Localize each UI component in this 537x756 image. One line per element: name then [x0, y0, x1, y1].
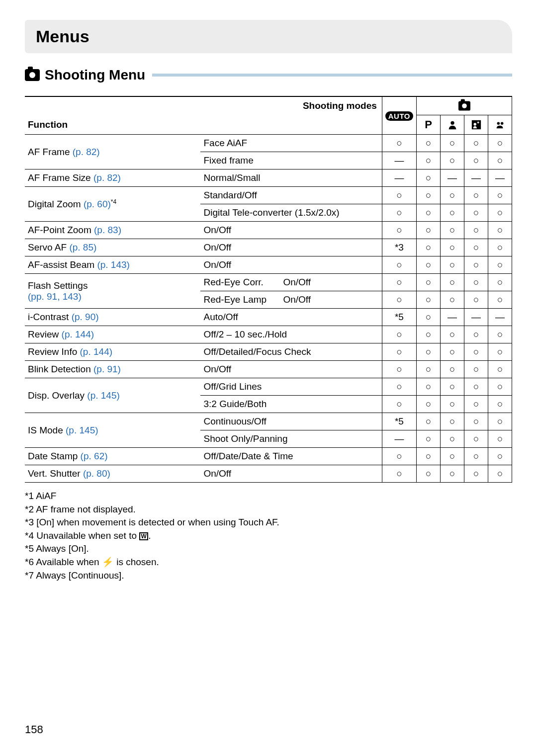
- table-cell: —: [488, 169, 512, 187]
- section-divider: [152, 74, 512, 77]
- table-cell: ○: [382, 222, 416, 239]
- table-cell: ○: [382, 361, 416, 378]
- footnote: *3 [On] when movement is detected or whe…: [25, 516, 512, 529]
- table-cell: ○: [382, 204, 416, 222]
- table-cell: ○: [488, 187, 512, 204]
- table-cell: ○: [488, 204, 512, 222]
- table-cell: ○: [382, 187, 416, 204]
- table-cell: —: [488, 309, 512, 326]
- table-cell: ○: [441, 326, 464, 343]
- mode-night-snapshot-icon: [464, 115, 488, 135]
- table-cell: —: [382, 152, 416, 169]
- table-cell: ○: [441, 256, 464, 274]
- table-cell: *3: [382, 239, 416, 256]
- table-row-option: Red-Eye Lamp: [200, 291, 280, 309]
- table-cell: ○: [464, 291, 488, 309]
- table-row-option: Face AiAF: [200, 135, 382, 152]
- page-title: Menus: [25, 20, 512, 53]
- table-row-func: AF Frame Size (p. 82): [25, 169, 200, 187]
- table-cell: ○: [441, 378, 464, 396]
- section-header: Shooting Menu: [25, 67, 512, 83]
- table-row-option: Fixed frame: [200, 152, 382, 169]
- table-cell: ○: [382, 256, 416, 274]
- table-cell: ○: [488, 135, 512, 152]
- svg-point-2: [473, 123, 476, 126]
- table-row-func: Blink Detection (p. 91): [25, 361, 200, 378]
- table-cell: ○: [488, 274, 512, 291]
- table-cell: ○: [441, 152, 464, 169]
- table-cell: ○: [464, 135, 488, 152]
- table-cell: ○: [464, 361, 488, 378]
- table-row-func: Date Stamp (p. 62): [25, 448, 200, 465]
- w-mode-icon: W: [139, 532, 148, 540]
- table-row-func: Review (p. 144): [25, 326, 200, 343]
- table-cell: ○: [464, 152, 488, 169]
- table-row-option: Normal/Small: [200, 169, 382, 187]
- table-cell: ○: [417, 448, 441, 465]
- table-cell: ○: [417, 413, 441, 430]
- table-cell: ○: [464, 239, 488, 256]
- table-row-func: AF-Point Zoom (p. 83): [25, 222, 200, 239]
- table-cell: ○: [488, 448, 512, 465]
- table-cell: ○: [488, 343, 512, 361]
- table-cell: ○: [417, 361, 441, 378]
- table-row-option: Digital Tele-converter (1.5x/2.0x): [200, 204, 382, 222]
- table-row-option: Off/Date/Date & Time: [200, 448, 382, 465]
- table-cell: ○: [464, 378, 488, 396]
- table-cell: —: [382, 169, 416, 187]
- table-row-option: Off/Grid Lines: [200, 378, 382, 396]
- section-title-text: Shooting Menu: [45, 67, 145, 83]
- table-row-func: AF Frame (p. 82): [25, 135, 200, 169]
- table-cell: ○: [488, 222, 512, 239]
- table-cell: ○: [417, 239, 441, 256]
- footnote: *1 AiAF: [25, 490, 512, 503]
- table-cell: ○: [441, 413, 464, 430]
- table-cell: ○: [464, 187, 488, 204]
- table-cell: ○: [464, 222, 488, 239]
- svg-point-4: [500, 122, 503, 125]
- table-row-func: Review Info (p. 144): [25, 343, 200, 361]
- table-cell: ○: [441, 187, 464, 204]
- table-row-option: Standard/Off: [200, 187, 382, 204]
- table-cell: ○: [417, 396, 441, 413]
- table-cell: *5: [382, 309, 416, 326]
- footnote: *4 Unavailable when set to W.: [25, 529, 512, 543]
- table-cell: ○: [488, 152, 512, 169]
- table-row-option: Shoot Only/Panning: [200, 430, 382, 448]
- mode-auto-icon: AUTO: [382, 96, 416, 135]
- table-row-option: 3:2 Guide/Both: [200, 396, 382, 413]
- footnotes: *1 AiAF*2 AF frame not displayed.*3 [On]…: [25, 490, 512, 582]
- table-cell: ○: [464, 413, 488, 430]
- table-row-func: Disp. Overlay (p. 145): [25, 378, 200, 413]
- table-cell: ○: [464, 465, 488, 483]
- table-cell: ○: [464, 204, 488, 222]
- table-cell: ○: [441, 291, 464, 309]
- table-cell: ○: [464, 274, 488, 291]
- svg-point-3: [497, 122, 500, 125]
- footnote: *5 Always [On].: [25, 542, 512, 556]
- table-cell: —: [464, 309, 488, 326]
- table-row-option: On/Off: [200, 256, 382, 274]
- table-cell: ○: [417, 430, 441, 448]
- table-cell: ○: [464, 326, 488, 343]
- table-row-func: Vert. Shutter (p. 80): [25, 465, 200, 483]
- table-cell: ○: [464, 256, 488, 274]
- table-cell: ○: [382, 274, 416, 291]
- table-cell: ○: [464, 343, 488, 361]
- table-row-option: Off/Detailed/Focus Check: [200, 343, 382, 361]
- table-cell: ○: [464, 396, 488, 413]
- mode-portrait-icon: [441, 115, 464, 135]
- table-cell: ○: [417, 291, 441, 309]
- table-cell: ○: [488, 378, 512, 396]
- table-cell: ○: [417, 204, 441, 222]
- table-row-func: Flash Settings(pp. 91, 143): [25, 274, 200, 309]
- table-cell: ○: [441, 343, 464, 361]
- table-cell: ○: [382, 378, 416, 396]
- table-row-suboption: On/Off: [280, 274, 382, 291]
- camera-icon: [25, 69, 40, 81]
- table-cell: ○: [417, 256, 441, 274]
- table-cell: ○: [417, 465, 441, 483]
- table-cell: ○: [488, 239, 512, 256]
- svg-point-0: [450, 121, 454, 125]
- table-cell: ○: [441, 204, 464, 222]
